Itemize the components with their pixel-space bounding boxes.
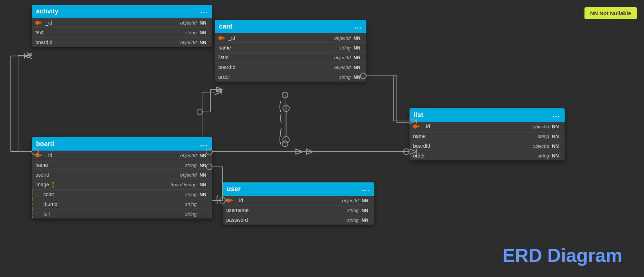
field-name: _id xyxy=(35,152,180,158)
field-name: name xyxy=(413,133,538,139)
table-row: password string NN xyxy=(223,215,374,225)
table-row: full string xyxy=(32,209,212,218)
key-icon xyxy=(226,198,234,203)
entity-user: user ... _id objectId NN username string… xyxy=(223,182,374,225)
field-name: _id xyxy=(35,20,180,26)
entity-card-header: card ... xyxy=(215,20,366,33)
svg-point-67 xyxy=(197,109,203,115)
field-name: name xyxy=(218,45,339,51)
field-name: _id xyxy=(218,35,334,41)
svg-point-33 xyxy=(282,92,288,98)
table-row: _id objectId NN xyxy=(32,151,212,160)
entity-card: card ... _id objectId NN name string NN xyxy=(215,20,366,82)
table-row: name string NN xyxy=(32,160,212,170)
svg-marker-27 xyxy=(296,149,303,154)
key-icon xyxy=(413,124,421,129)
svg-line-65 xyxy=(216,90,223,92)
table-row: image {} board.image NN xyxy=(32,179,212,189)
entity-activity-body: _id objectId NN text string NN boardId o… xyxy=(32,18,212,47)
key-icon xyxy=(35,20,43,25)
table-row: username string NN xyxy=(223,205,374,215)
svg-point-75 xyxy=(403,149,409,155)
svg-line-64 xyxy=(216,87,223,90)
entity-activity-header: activity ... xyxy=(32,5,212,18)
table-row: thumb string xyxy=(32,199,212,209)
field-name: full xyxy=(43,211,185,217)
erd-canvas: activity ... _id objectId NN text string… xyxy=(0,0,644,277)
svg-point-59 xyxy=(283,105,289,112)
entity-list-header: list ... xyxy=(409,108,565,122)
svg-rect-43 xyxy=(40,154,41,155)
entity-list-dots[interactable]: ... xyxy=(553,111,560,119)
svg-line-4 xyxy=(25,56,32,59)
table-row: name string NN xyxy=(215,43,366,52)
field-name: boardId xyxy=(413,143,533,149)
table-row: color string NN xyxy=(32,189,212,199)
table-row: _id objectId NN xyxy=(223,196,374,205)
field-name: thumb xyxy=(43,201,185,207)
field-name: _id xyxy=(226,198,342,203)
svg-line-54 xyxy=(27,55,32,58)
key-icon xyxy=(35,153,43,158)
entity-activity: activity ... _id objectId NN text string… xyxy=(32,5,212,47)
field-name: boardId xyxy=(35,39,180,45)
table-row: boardId objectId NN xyxy=(215,62,366,72)
table-row: _id objectId NN xyxy=(32,18,212,27)
nn-legend: NN Not Nullable xyxy=(584,7,637,19)
entity-board-name: board xyxy=(36,140,54,148)
field-name: listId xyxy=(218,55,334,60)
nn-legend-text: NN Not Nullable xyxy=(590,10,631,16)
field-name: boardId xyxy=(218,64,334,70)
field-name: _id xyxy=(413,124,533,129)
field-name: password xyxy=(226,217,347,223)
table-row: name string NN xyxy=(409,131,565,141)
entity-list: list ... _id objectId NN name string NN xyxy=(409,108,565,160)
entity-board-header: board ... xyxy=(32,137,212,151)
svg-line-11 xyxy=(215,92,222,95)
entity-user-header: user ... xyxy=(223,182,374,196)
field-name: name xyxy=(35,162,185,168)
svg-rect-46 xyxy=(418,125,419,126)
erd-title: ERD Diagram xyxy=(503,244,622,266)
svg-rect-37 xyxy=(40,22,41,23)
svg-point-34 xyxy=(282,141,288,147)
table-row: listId objectId NN xyxy=(215,52,366,62)
svg-marker-71 xyxy=(307,149,313,154)
field-name: userId xyxy=(35,172,180,178)
table-row: order string NN xyxy=(215,72,366,82)
table-row: boardId objectId NN xyxy=(32,37,212,47)
table-row: userId objectId NN xyxy=(32,170,212,179)
entity-list-name: list xyxy=(414,111,423,119)
svg-rect-49 xyxy=(231,199,232,200)
svg-line-3 xyxy=(25,53,32,56)
field-name: color xyxy=(43,191,185,197)
table-row: boardId objectId NN xyxy=(409,141,565,151)
svg-rect-40 xyxy=(223,37,224,38)
key-icon xyxy=(218,35,226,40)
field-name: username xyxy=(226,207,347,213)
field-name: order xyxy=(413,153,538,159)
entity-user-body: _id objectId NN username string NN passw… xyxy=(223,196,374,225)
entity-board-body: _id objectId NN name string NN userId ob… xyxy=(32,151,212,218)
field-name: image {} xyxy=(35,182,171,187)
svg-point-60 xyxy=(283,137,289,143)
entity-card-body: _id objectId NN name string NN listId ob… xyxy=(215,33,366,82)
entity-activity-dots[interactable]: ... xyxy=(200,8,208,15)
table-row: _id objectId NN xyxy=(215,33,366,43)
entity-card-dots[interactable]: ... xyxy=(354,23,362,30)
table-row: text string NN xyxy=(32,27,212,37)
table-row: _id objectId NN xyxy=(409,122,565,131)
svg-line-10 xyxy=(215,90,222,92)
table-row: order string NN xyxy=(409,151,565,160)
entity-board-dots[interactable]: ... xyxy=(200,140,208,148)
field-name: order xyxy=(218,74,339,80)
entity-user-dots[interactable]: ... xyxy=(362,185,370,193)
entity-board: board ... _id objectId NN name string NN xyxy=(32,137,212,218)
svg-line-53 xyxy=(27,52,32,55)
entity-card-name: card xyxy=(219,23,233,30)
entity-user-name: user xyxy=(227,185,241,193)
field-name: text xyxy=(35,30,185,35)
entity-activity-name: activity xyxy=(36,8,58,15)
entity-list-body: _id objectId NN name string NN boardId o… xyxy=(409,122,565,160)
